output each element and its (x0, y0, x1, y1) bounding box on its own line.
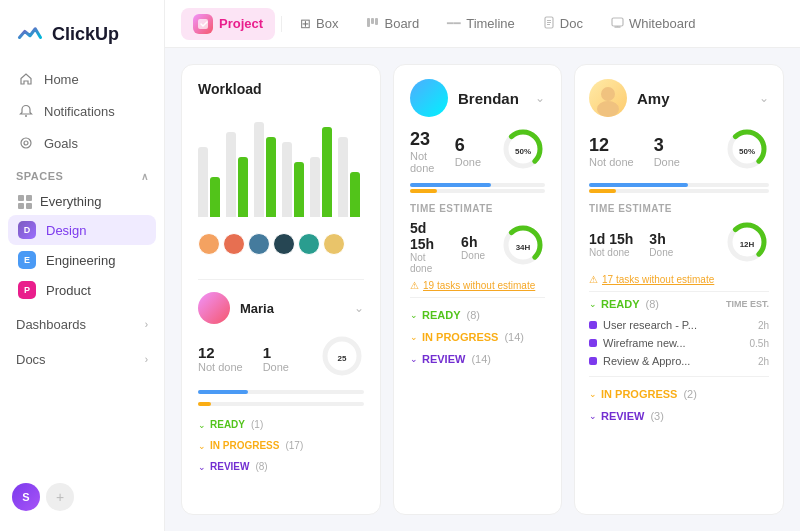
amy-progress-yellow (589, 189, 616, 193)
maria-percent-label: 25 (338, 354, 347, 363)
sidebar-bottom: S + (0, 475, 164, 519)
amy-inprogress-chevron: ⌄ (589, 389, 597, 399)
brendan-time-total-label: 34H (516, 243, 531, 252)
amy-progress-bar-2 (589, 189, 769, 193)
tab-box[interactable]: ⊞ Box (288, 10, 350, 37)
maria-done: 1 Done (263, 344, 289, 373)
avatar-3 (248, 233, 270, 255)
add-user-icon[interactable]: + (46, 483, 74, 511)
amy-name: Amy (637, 90, 749, 107)
maria-section-inprogress[interactable]: ⌄ IN PROGRESS (17) (198, 435, 364, 456)
avatar-4 (273, 233, 295, 255)
amy-chevron-icon[interactable]: ⌄ (759, 91, 769, 105)
maria-chevron-icon[interactable]: ⌄ (354, 301, 364, 315)
svg-point-2 (24, 141, 28, 145)
user-avatar[interactable]: S (12, 483, 40, 511)
tab-whiteboard[interactable]: Whiteboard (599, 10, 707, 38)
tab-board[interactable]: Board (354, 10, 431, 38)
sidebar-item-goals[interactable]: Goals (8, 128, 156, 158)
sidebar-item-engineering[interactable]: E Engineering (8, 245, 156, 275)
amy-task-list: User research - P... 2h Wireframe new...… (589, 316, 769, 370)
maria-section: Maria ⌄ 12 Not done 1 Done (198, 279, 364, 477)
amy-section-review[interactable]: ⌄ REVIEW (3) (589, 405, 769, 427)
tab-doc[interactable]: Doc (531, 10, 595, 38)
engineering-dot: E (18, 251, 36, 269)
amy-progress-blue (589, 183, 688, 187)
amy-review-count: (3) (650, 410, 663, 422)
maria-section-review[interactable]: ⌄ REVIEW (8) (198, 456, 364, 477)
maria-avatar (198, 292, 230, 324)
maria-progress-bar (198, 390, 364, 394)
maria-ready-chevron: ⌄ (198, 420, 206, 430)
brendan-not-done-num: 23 (410, 129, 435, 150)
sidebar-item-design-label: Design (46, 223, 86, 238)
divider-1 (410, 297, 545, 298)
svg-rect-5 (371, 18, 374, 24)
brendan-donut: 50% (501, 127, 545, 175)
task-dot-1 (589, 321, 597, 329)
sidebar-item-everything[interactable]: Everything (8, 188, 156, 215)
bar-gray-1 (198, 147, 208, 217)
brendan-section-inprogress[interactable]: ⌄ IN PROGRESS (14) (410, 326, 545, 348)
task-dot-3 (589, 357, 597, 365)
tab-board-label: Board (384, 16, 419, 31)
maria-done-num: 1 (263, 344, 289, 361)
brendan-progress-blue (410, 183, 491, 187)
sidebar-item-product[interactable]: P Product (8, 275, 156, 305)
tab-separator (281, 16, 282, 32)
brendan-name: Brendan (458, 90, 525, 107)
brendan-inprogress-chevron: ⌄ (410, 332, 418, 342)
amy-not-done: 12 Not done (589, 135, 634, 168)
tab-doc-label: Doc (560, 16, 583, 31)
sidebar-item-docs[interactable]: Docs › (0, 344, 164, 375)
bar-gray-2 (226, 132, 236, 217)
sidebar-item-notifications[interactable]: Notifications (8, 96, 156, 126)
amy-inprogress-count: (2) (683, 388, 696, 400)
amy-time-not-done-val: 1d 15h (589, 231, 633, 247)
brendan-section-ready[interactable]: ⌄ READY (8) (410, 304, 545, 326)
doc-icon (543, 16, 555, 32)
svg-rect-3 (198, 19, 208, 29)
brendan-time-stats: 5d 15h Not done 6h Done 34H (410, 220, 545, 274)
bar-group-1 (198, 147, 220, 217)
brendan-review-label: REVIEW (422, 353, 465, 365)
brendan-progress-bar (410, 183, 545, 187)
spaces-chevron-icon[interactable]: ∧ (141, 171, 149, 182)
brendan-not-done-label: Not done (410, 150, 435, 174)
design-dot: D (18, 221, 36, 239)
amy-section-inprogress[interactable]: ⌄ IN PROGRESS (2) (589, 383, 769, 405)
bar-gray-4 (282, 142, 292, 217)
tab-project[interactable]: Project (181, 8, 275, 40)
sidebar-item-home-label: Home (44, 72, 79, 87)
logo[interactable]: ClickUp (0, 12, 164, 64)
sidebar-item-everything-label: Everything (40, 194, 101, 209)
svg-point-21 (597, 101, 619, 117)
task-item-3: Review & Appro... 2h (589, 352, 769, 370)
sidebar-item-home[interactable]: Home (8, 64, 156, 94)
sidebar-item-design[interactable]: D Design (8, 215, 156, 245)
brendan-warn-link[interactable]: 19 tasks without estimate (423, 280, 535, 291)
amy-time-not-done: 1d 15h Not done (589, 231, 633, 258)
amy-done-label: Done (654, 156, 680, 168)
sidebar: ClickUp Home Notifications Goals Spaces … (0, 0, 165, 531)
brendan-time-est-header: TIME ESTIMATE (410, 203, 545, 214)
brendan-time-not-done-val: 5d 15h (410, 220, 445, 252)
amy-ready-count: (8) (646, 298, 659, 310)
brendan-time-donut: 34H (501, 223, 545, 271)
brendan-ready-label: READY (422, 309, 461, 321)
maria-section-ready[interactable]: ⌄ READY (1) (198, 414, 364, 435)
amy-ready-row[interactable]: ⌄ READY (8) (589, 298, 659, 310)
amy-ready-chevron: ⌄ (589, 299, 597, 309)
amy-not-done-label: Not done (589, 156, 634, 168)
maria-name: Maria (240, 301, 344, 316)
tab-timeline[interactable]: ━━ Timeline (435, 10, 527, 37)
brendan-section-review[interactable]: ⌄ REVIEW (14) (410, 348, 545, 370)
sidebar-item-dashboards[interactable]: Dashboards › (0, 309, 164, 340)
maria-inprogress-count: (17) (285, 440, 303, 451)
logo-text: ClickUp (52, 24, 119, 45)
task-time-1: 2h (758, 320, 769, 331)
amy-review-chevron: ⌄ (589, 411, 597, 421)
amy-not-done-num: 12 (589, 135, 634, 156)
amy-warn-link[interactable]: 17 tasks without estimate (602, 274, 714, 285)
brendan-chevron-icon[interactable]: ⌄ (535, 91, 545, 105)
